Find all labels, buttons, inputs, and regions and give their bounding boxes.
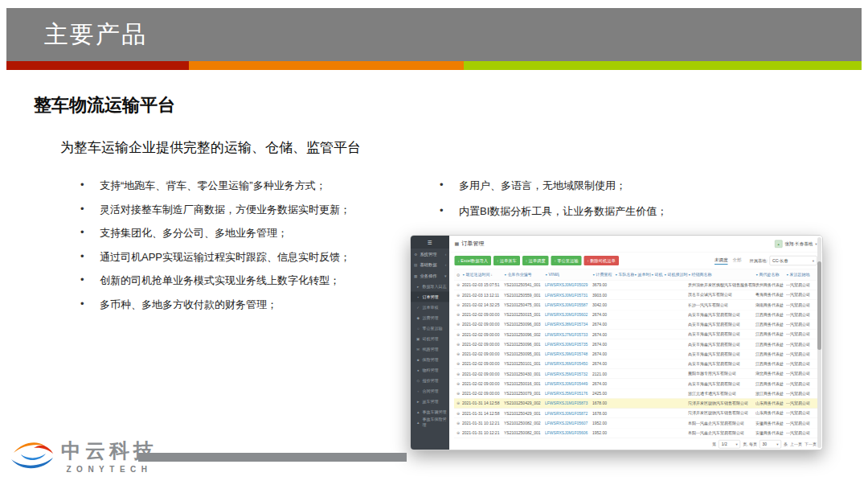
app-scrollbar[interactable] xyxy=(817,237,821,448)
filter-icon[interactable]: ▼ xyxy=(786,273,788,277)
table-cell[interactable]: LFWSRXSJ0M1F05449 xyxy=(545,381,592,386)
table-cell[interactable]: LFWSRXSJ5M1F05732 xyxy=(545,372,592,376)
table-cell[interactable]: LFWSRXSJ9M1F05748 xyxy=(545,351,592,356)
next-page-link[interactable]: 下一页 xyxy=(805,442,817,447)
filter-icon[interactable]: ▼ xyxy=(462,273,465,277)
dispatch-icon: ► xyxy=(416,400,421,404)
sidebar-item-price[interactable]: ◇报价管理 xyxy=(411,376,449,386)
sidebar-item-check[interactable]: ✓运单审核 xyxy=(411,302,449,313)
row-gear-icon[interactable]: ⊕ xyxy=(454,283,462,288)
sidebar-item-label: 零公里运输 xyxy=(423,326,443,331)
filter-icon[interactable]: ▼ xyxy=(634,273,637,277)
table-row[interactable]: ⊕2021-02-02 09:00:00YS2101250079_001LFWS… xyxy=(454,388,817,398)
table-cell[interactable]: LFWSRXSJ0M1F05606 xyxy=(545,430,592,435)
table-cell[interactable]: LFWSRXSJ0M1F05587 xyxy=(545,302,592,307)
logo-name-en: ZONYTECH xyxy=(67,465,153,474)
table-row[interactable]: ⊕2021-02-02 09:00:00YS2101250015_001LFWS… xyxy=(454,310,817,319)
row-gear-icon[interactable]: ⊕ xyxy=(454,430,462,435)
row-gear-icon[interactable]: ⊕ xyxy=(454,342,462,347)
row-gear-icon[interactable]: ⊕ xyxy=(454,362,462,367)
sidebar-item-accident[interactable]: ▲事故车保险管理 xyxy=(411,417,449,428)
row-gear-icon[interactable]: ⊕ xyxy=(454,312,462,317)
table-row[interactable]: ⊕2021-01-31 14:12:58YS2101250429_001LFWS… xyxy=(454,409,817,418)
user-menu[interactable]: ▴ 张翔·长春基地 ▾ xyxy=(775,240,817,248)
row-gear-icon[interactable]: ⊕ xyxy=(454,351,462,356)
table-cell[interactable]: LFWSRXSJ0M1F05731 xyxy=(545,293,592,298)
table-row[interactable]: ⊕2021-02-02 14:32:25YS2101250475_001LFWS… xyxy=(454,300,817,310)
row-gear-icon[interactable]: ⊕ xyxy=(454,323,462,327)
row-gear-icon[interactable]: ⊕ xyxy=(454,411,462,416)
tab-未调度[interactable]: 未调度 xyxy=(714,257,728,265)
row-gear-icon[interactable]: ⊕ xyxy=(454,401,462,406)
table-row[interactable]: ⊕2021-02-02 09:00:00YS2101250016_001LFWS… xyxy=(454,379,817,388)
table-row[interactable]: ⊕2021-02-03 13:12:11YS2101250559_001LFWS… xyxy=(454,290,817,300)
sidebar-item-fee[interactable]: ◆运费管理 xyxy=(411,313,449,323)
table-row[interactable]: ⊕2021-02-02 09:00:00YS2101250096_001LFWS… xyxy=(454,339,817,349)
table-cell[interactable]: LFWSRXSJ8M1F05734 xyxy=(545,323,592,327)
table-cell[interactable]: LFWSRXSJ6M1F05450 xyxy=(545,362,592,367)
table-row[interactable]: ⊕2021-01-31 14:12:58YS2101250429_002LFWS… xyxy=(454,399,817,409)
sidebar-item-material[interactable]: ●物料管理 xyxy=(411,365,449,376)
table-row[interactable]: ⊕2021-01-31 10:12:21YS2101250082_002LFWS… xyxy=(454,418,817,428)
row-gear-icon[interactable]: ⊕ xyxy=(454,372,462,376)
table-cell[interactable]: LFWSRXSJ0M1F05029 xyxy=(545,283,592,288)
sidebar-item-route[interactable]: ✉线路管理 xyxy=(411,344,449,355)
toolbar-button[interactable]: ↑运单派车 xyxy=(493,256,520,265)
toolbar-button[interactable]: ↓Excel数据导入 xyxy=(455,256,492,265)
page-size-select[interactable]: 30 ▾ xyxy=(760,440,781,449)
sidebar-item-insure[interactable]: ■保险管理 xyxy=(411,355,449,365)
table-cell[interactable]: LFWSRXSJ7M1F05733 xyxy=(545,332,592,337)
sidebar-item-order[interactable]: ▪订单管理 xyxy=(411,292,449,302)
page-select[interactable]: 1/2 ▾ xyxy=(719,440,740,449)
table-row[interactable]: ⊕2021-01-31 10:12:21YS2101250082_001LFWS… xyxy=(454,428,817,438)
settings-gear-icon[interactable]: ⚙ xyxy=(454,273,462,277)
pagination: 第 1/2 ▾ 页, 每页 30 ▾ 条 上一页 下一页 xyxy=(449,438,822,450)
table-row[interactable]: ⊕2021-02-02 09:00:00YS2101250096_002LFWS… xyxy=(454,330,817,339)
tab-全部[interactable]: 全部 xyxy=(733,257,742,265)
table-cell[interactable]: LFWSRXSJ0M1F05735 xyxy=(545,342,592,347)
table-row[interactable]: ⊕2021-02-02 09:00:00YS2101250430_001LFWS… xyxy=(454,369,817,379)
sidebar-group-chart[interactable]: ▦业务操作▾ xyxy=(411,270,449,281)
table-row[interactable]: ⊕2021-02-02 09:00:00YS2101250101_001LFWS… xyxy=(454,360,817,369)
filter-icon[interactable]: ▼ xyxy=(592,273,595,277)
sidebar-item-accident[interactable]: ▲事故车辆管理 xyxy=(411,407,449,417)
table-cell[interactable]: LFWSRXSJ2M1F05607 xyxy=(545,421,592,425)
table-cell[interactable]: LFWSRXSJ5M1F05176 xyxy=(545,391,592,396)
toolbar-button[interactable]: ↑运单调度 xyxy=(522,256,549,265)
filter-icon[interactable]: ▼ xyxy=(651,273,653,277)
filter-icon[interactable]: ▼ xyxy=(545,273,547,277)
row-gear-icon[interactable]: ⊕ xyxy=(454,293,462,298)
sidebar-item-zero[interactable]: ○零公里运输 xyxy=(411,323,449,334)
table-row[interactable]: ⊕2021-02-02 09:00:00YS2101250096_003LFWS… xyxy=(454,320,817,330)
table-cell[interactable]: LFWSRXSJ0M1F05872 xyxy=(545,411,592,416)
row-gear-icon[interactable]: ⊕ xyxy=(454,381,462,386)
filter-icon[interactable]: ▼ xyxy=(688,273,690,277)
sidebar-item-log[interactable]: ▸数据导入日志 xyxy=(411,281,449,292)
filter-icon[interactable]: ▼ xyxy=(504,273,506,277)
sidebar-menu-icon[interactable]: ☰ xyxy=(411,236,449,249)
toolbar-button[interactable]: ↑零公里运输 xyxy=(551,256,582,265)
row-gear-icon[interactable]: ⊕ xyxy=(454,332,462,337)
sidebar-item-driver[interactable]: ▣司机管理 xyxy=(411,334,449,344)
sidebar-group-gear[interactable]: ⚙系统管理‹ xyxy=(411,249,449,260)
prev-page-link[interactable]: 上一页 xyxy=(790,442,802,447)
sidebar-item-dispatch[interactable]: ►派车管理 xyxy=(411,397,449,407)
table-cell[interactable]: LFWSRXSJ0M1F05602 xyxy=(545,312,592,317)
filter-icon[interactable]: ▼ xyxy=(664,273,666,277)
column-label: 发运起始地名称 xyxy=(789,272,810,277)
table-cell: 2674.00 xyxy=(592,332,615,337)
table-cell[interactable]: LFWSRXSJ1M1F05873 xyxy=(545,401,592,406)
sidebar-item-label: 线路管理 xyxy=(423,347,439,352)
table-row[interactable]: ⊕2021-02-02 09:00:00YS2101250095_001LFWS… xyxy=(454,349,817,359)
table-row[interactable]: ⊕2021-02-03 15:07:51YS2101250541_001LFWS… xyxy=(454,281,817,290)
filter-icon[interactable]: ▼ xyxy=(755,273,758,277)
row-gear-icon[interactable]: ⊕ xyxy=(454,391,462,396)
base-select[interactable]: CC-长春 ▾ xyxy=(770,256,817,265)
sidebar-group-grid[interactable]: ▤基础数据‹ xyxy=(411,260,449,271)
toolbar-button[interactable]: ↑删除司机运单 xyxy=(584,256,619,265)
row-gear-icon[interactable]: ⊕ xyxy=(454,302,462,307)
row-gear-icon[interactable]: ⊕ xyxy=(454,421,462,425)
sidebar-item-contract[interactable]: ▫合同管理 xyxy=(411,386,449,397)
table-cell: 一汽贸易公司储运分 xyxy=(786,430,810,436)
filter-icon[interactable]: ▼ xyxy=(615,273,617,277)
